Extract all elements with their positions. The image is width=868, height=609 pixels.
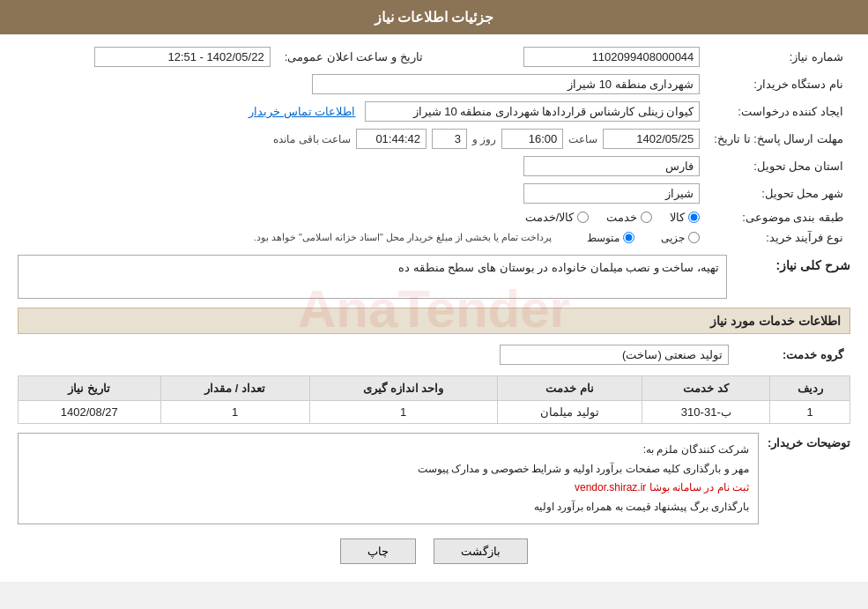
tawzih-label: توضیحات خریدار: [768, 433, 850, 449]
groh-khadamat-box: تولید صنعتی (ساخت) [500, 345, 729, 365]
tabaqe-kala-radio[interactable] [688, 212, 700, 223]
col-vahed: واحد اندازه گیری [309, 376, 497, 401]
ostan-box: فارس [523, 156, 700, 176]
nam-dastgah-value: شهرداری منطقه 10 شیراز [18, 71, 707, 98]
tawzih-line3: ثبت نام در سامانه بوشا vendor.shiraz.ir [27, 479, 749, 498]
ostan-value: فارس [18, 152, 707, 180]
mohlat-countdown-box: 01:44:42 [356, 129, 427, 149]
farayand-jozi-radio[interactable] [688, 232, 700, 243]
col-taarikh: تاریخ نیاز [19, 376, 161, 401]
col-tedad: تعداد / مقدار [160, 376, 309, 401]
table-cell-kodKhadamat: ب-31-310 [642, 401, 770, 424]
mohlat-time-box: 16:00 [501, 129, 563, 149]
table-cell-tedad: 1 [160, 401, 309, 424]
farayand-motevaset-radio[interactable] [623, 232, 634, 243]
col-radif: ردیف [770, 376, 850, 401]
contact-info-link[interactable]: اطلاعات تماس خریدار [249, 105, 355, 118]
now-farayand-label: نوع فرآیند خرید: [707, 227, 850, 248]
groh-khadamat-value: تولید صنعتی (ساخت) [18, 341, 736, 368]
page-title: جزئیات اطلاعات نیاز [0, 0, 868, 34]
table-cell-vahed: 1 [309, 401, 497, 424]
tabaqe-kalaKhadamat-option[interactable]: کالا/خدمت [525, 211, 590, 224]
tawzih-content: شرکت کنندگان ملزم به: مهر و بارگذاری کلی… [18, 433, 759, 524]
mohlat-rooz-box: 3 [432, 129, 467, 149]
tawzih-line2: مهر و بارگذاری کلیه صفحات برآورد اولیه و… [27, 460, 749, 479]
print-button[interactable]: چاپ [340, 538, 416, 564]
farayand-motevaset-label: متوسط [587, 232, 619, 244]
ijad-konande-box: کیوان زینلی کارشناس قراردادها شهرداری من… [365, 101, 700, 122]
shomare-niaz-box: 1102099408000044 [523, 47, 700, 67]
col-nam-khadamat: نام خدمت [497, 376, 642, 401]
tabaqe-kala-label: کالا [670, 211, 685, 224]
back-button[interactable]: بازگشت [434, 538, 528, 564]
mohlat-date-box: 1402/05/25 [603, 129, 700, 149]
mohlat-time-label: ساعت [568, 133, 597, 145]
service-table: ردیف کد خدمت نام خدمت واحد اندازه گیری ت… [18, 375, 850, 424]
shahr-box: شیراز [523, 183, 700, 204]
sharh-koli-value: تهیه، ساخت و نصب میلمان خانواده در بوستا… [18, 255, 727, 299]
col-kod-khadamat: کد خدمت [642, 376, 770, 401]
farayand-jozi-label: جزیی [661, 232, 685, 244]
tabaqe-label: طبقه بندی موضوعی: [707, 207, 850, 227]
nam-dastgah-box: شهرداری منطقه 10 شیراز [312, 74, 700, 94]
ijad-konande-label: ایجاد کننده درخواست: [707, 98, 850, 125]
sharh-koli-label: شرح کلی نیاز: [736, 255, 850, 272]
tawzih-line4: بارگذاری برگ پیشنهاد قیمت به همراه برآور… [27, 498, 749, 517]
tawzih-line1: شرکت کنندگان ملزم به: [27, 441, 749, 460]
taarikh-box: 1402/05/22 - 12:51 [94, 47, 271, 67]
shahr-value: شیراز [18, 180, 707, 207]
ijad-konande-row: کیوان زینلی کارشناس قراردادها شهرداری من… [18, 98, 707, 125]
tabaqe-khadamat-radio[interactable] [641, 212, 652, 223]
now-farayand-row: جزیی متوسط پرداخت تمام یا بخشی از مبلغ خ… [18, 227, 707, 248]
tabaqe-kala-option[interactable]: کالا [670, 211, 700, 224]
table-cell-taarikh: 1402/08/27 [19, 401, 161, 424]
tabaqe-kalaKhadamat-radio[interactable] [577, 212, 589, 223]
table-cell-namKhadamat: تولید میلمان [497, 401, 642, 424]
table-cell-radif: 1 [770, 401, 850, 424]
nam-dastgah-label: نام دستگاه خریدار: [707, 71, 850, 98]
taarikh-label: تاریخ و ساعت اعلان عمومی: [278, 43, 430, 71]
farayand-jozi-option[interactable]: جزیی [661, 232, 700, 244]
mohlat-countdown-label: ساعت باقی مانده [273, 133, 351, 145]
table-row: 1ب-31-310تولید میلمان111402/08/27 [19, 401, 850, 424]
tabaqe-khadamat-label: خدمت [606, 211, 637, 224]
farayand-motevaset-option[interactable]: متوسط [587, 232, 634, 244]
shomare-niaz-label: شماره نیاز: [707, 43, 850, 71]
farayand-note: پرداخت تمام یا بخشی از مبلغ خریدار محل "… [254, 232, 553, 243]
taarikh-value: 1402/05/22 - 12:51 [18, 43, 278, 71]
tabaqe-khadamat-option[interactable]: خدمت [606, 211, 652, 224]
tabaqe-row: کالا خدمت کالا/خدمت [18, 207, 707, 227]
tawzih-section: توضیحات خریدار: شرکت کنندگان ملزم به: مه… [18, 433, 850, 524]
groh-khadamat-table: گروه خدمت: تولید صنعتی (ساخت) [18, 341, 850, 368]
mohlat-label: مهلت ارسال پاسخ: تا تاریخ: [707, 125, 850, 152]
shomare-niaz-value: 1102099408000044 [448, 43, 708, 71]
mohlat-rooz-label: روز و [472, 133, 496, 145]
shahr-label: شهر محل تحویل: [707, 180, 850, 207]
groh-khadamat-label: گروه خدمت: [736, 341, 850, 368]
khadamat-section-title: اطلاعات خدمات مورد نیاز [18, 308, 850, 334]
buttons-row: بازگشت چاپ [18, 538, 850, 564]
tabaqe-kalaKhadamat-label: کالا/خدمت [525, 211, 575, 224]
mohlat-row: 1402/05/25 ساعت 16:00 روز و 3 01:44:42 س… [18, 125, 707, 152]
info-table: شماره نیاز: 1102099408000044 تاریخ و ساع… [18, 43, 850, 248]
ostan-label: استان محل تحویل: [707, 152, 850, 180]
